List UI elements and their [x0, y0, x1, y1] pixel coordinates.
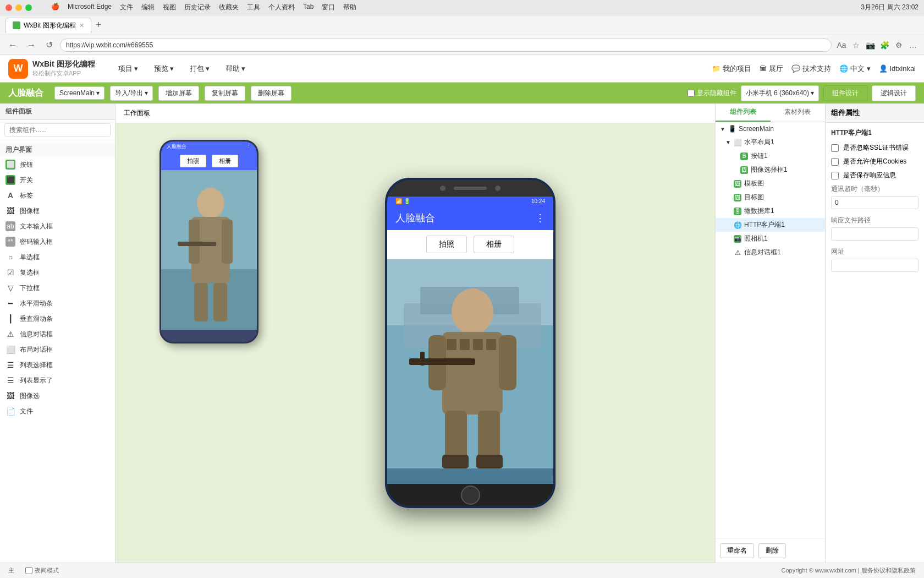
search-input[interactable] [4, 123, 111, 137]
tree-camera[interactable]: 📷 照相机1 [716, 232, 825, 246]
logic-tab-btn[interactable]: 逻辑设计 [872, 85, 916, 101]
component-file[interactable]: 📄 文件 [0, 403, 115, 419]
component-label[interactable]: A 标签 [0, 188, 115, 203]
small-phone-btn-photo[interactable]: 拍照 [180, 155, 206, 167]
nav-project[interactable]: 项目 ▾ [112, 61, 145, 77]
close-window-btn[interactable] [6, 4, 12, 11]
phone-more-icon[interactable]: ⋮ [535, 212, 545, 224]
night-mode-checkbox[interactable] [25, 567, 32, 574]
component-list-picker[interactable]: ☰ 列表选择框 [0, 357, 115, 373]
phone-bottom-nav [387, 484, 553, 506]
nav-preview[interactable]: 预览 ▾ [147, 61, 180, 77]
language-btn[interactable]: 🌐中文▾ [839, 64, 871, 74]
menu-edit[interactable]: 编辑 [141, 3, 155, 12]
component-image-select[interactable]: 🖼 图像选 [0, 388, 115, 403]
tree-image-picker[interactable]: 🖼 图像选择框1 [716, 163, 825, 177]
tree-horizontal-layout[interactable]: ▼ ⬜ 水平布局1 [716, 135, 825, 149]
small-phone-btn-album[interactable]: 相册 [212, 155, 238, 167]
add-screen-btn[interactable]: 增加屏幕 [158, 86, 199, 101]
show-hidden-checkbox[interactable] [688, 90, 695, 97]
camera-icon[interactable]: 📷 [865, 40, 876, 51]
menu-edge[interactable]: Microsoft Edge [68, 3, 112, 12]
user-btn[interactable]: 👤ldtxinkai [879, 64, 916, 73]
http-client-icon: 🌐 [733, 221, 742, 230]
component-switch[interactable]: ⬛ 开关 [0, 172, 115, 188]
menu-favorites[interactable]: 收藏夹 [219, 3, 239, 12]
nav-package[interactable]: 打包 ▾ [183, 61, 216, 77]
new-tab-btn[interactable]: + [96, 19, 102, 31]
copy-screen-btn[interactable]: 复制屏幕 [205, 86, 245, 101]
rename-btn[interactable]: 重命名 [720, 543, 754, 558]
menu-personal[interactable]: 个人资料 [268, 3, 295, 12]
night-mode-label[interactable]: 夜间模式 [25, 566, 59, 575]
tree-info-dialog[interactable]: ⚠ 信息对话框1 [716, 246, 825, 259]
delete-btn[interactable]: 删除 [758, 543, 786, 558]
gallery-btn[interactable]: 🏛展厅 [760, 64, 783, 74]
menu-apple[interactable]: 🍎 [51, 3, 59, 12]
menu-history[interactable]: 历史记录 [184, 3, 211, 12]
forward-btn[interactable]: → [24, 39, 38, 51]
support-btn[interactable]: 💬技术支持 [791, 64, 831, 74]
prop-save-response-checkbox[interactable] [831, 172, 839, 179]
menu-tab[interactable]: Tab [303, 3, 314, 12]
mac-window-controls[interactable] [6, 4, 32, 11]
menu-view[interactable]: 视图 [163, 3, 176, 12]
component-info-dialog[interactable]: ⚠ 信息对话框 [0, 326, 115, 342]
nav-help[interactable]: 帮助 ▾ [219, 61, 252, 77]
component-layout-dialog[interactable]: ⬜ 布局对话框 [0, 342, 115, 357]
settings-icon[interactable]: ⚙ [893, 40, 904, 51]
component-dropdown[interactable]: ▽ 下拉框 [0, 280, 115, 296]
prop-cookies-checkbox[interactable] [831, 158, 839, 166]
show-hidden-label[interactable]: 显示隐藏组件 [688, 85, 736, 101]
phone-take-photo-btn[interactable]: 拍照 [426, 236, 467, 253]
tree-target-img[interactable]: 🖼 目标图 [716, 190, 825, 204]
screen-select-btn[interactable]: ScreenMain▾ [54, 86, 105, 100]
tree-toggle-layout[interactable]: ▼ [725, 139, 733, 145]
tab-component-list[interactable]: 组件列表 [716, 103, 771, 122]
menu-tools[interactable]: 工具 [247, 3, 260, 12]
component-vslider[interactable]: ┃ 垂直滑动条 [0, 311, 115, 326]
fullscreen-window-btn[interactable] [25, 4, 32, 11]
component-list-view[interactable]: ☰ 列表显示了 [0, 373, 115, 388]
address-input[interactable]: https://vip.wxbit.com/#669555 [60, 39, 832, 52]
star-icon[interactable]: ☆ [850, 40, 861, 51]
tab-close-btn[interactable]: ✕ [79, 22, 84, 29]
tree-template-img[interactable]: 🖼 模板图 [716, 177, 825, 190]
menu-help[interactable]: 帮助 [343, 3, 356, 12]
reload-btn[interactable]: ↺ [43, 39, 56, 51]
import-export-btn[interactable]: 导入/导出▾ [110, 86, 153, 101]
more-icon[interactable]: … [908, 40, 919, 51]
extension-icon[interactable]: 🧩 [879, 40, 890, 51]
svg-rect-22 [460, 339, 470, 350]
phone-album-btn[interactable]: 相册 [474, 236, 514, 253]
component-hslider[interactable]: ━ 水平滑动条 [0, 296, 115, 311]
minimize-window-btn[interactable] [15, 4, 22, 11]
browser-tab[interactable]: WxBit 图形化编程 ✕ [6, 18, 91, 33]
component-checkbox[interactable]: ☑ 复选框 [0, 265, 115, 280]
design-tab-btn[interactable]: 组件设计 [823, 85, 867, 101]
component-text-input[interactable]: ab 文本输入框 [0, 219, 115, 234]
device-select-btn[interactable]: 小米手机 6 (360x640)▾ [741, 85, 819, 101]
tree-toggle-screenMain[interactable]: ▼ [720, 126, 728, 132]
prop-ssl-checkbox[interactable] [831, 144, 839, 152]
component-password-input[interactable]: ** 密码输入框 [0, 234, 115, 249]
info-dialog-tree-icon: ⚠ [733, 248, 742, 257]
component-button[interactable]: ⬜ 按钮 [0, 157, 115, 172]
menu-file[interactable]: 文件 [120, 3, 133, 12]
tree-micro-db[interactable]: 🗄 微数据库1 [716, 204, 825, 218]
prop-response-path-input[interactable] [831, 227, 919, 241]
delete-screen-btn[interactable]: 删除屏幕 [251, 86, 292, 101]
translate-icon[interactable]: Aa [836, 40, 847, 51]
prop-url-input[interactable] [831, 259, 919, 272]
phone-home-btn[interactable] [461, 486, 480, 505]
tree-button1[interactable]: B 按钮1 [716, 149, 825, 163]
component-radio[interactable]: ○ 单选框 [0, 249, 115, 265]
tree-screen-main[interactable]: ▼ 📱 ScreenMain [716, 122, 825, 135]
tab-material-list[interactable]: 素材列表 [771, 103, 826, 122]
tree-http-client[interactable]: 🌐 HTTP客户端1 [716, 218, 825, 232]
prop-timeout-input[interactable] [831, 196, 919, 209]
my-projects-btn[interactable]: 📁我的项目 [712, 64, 751, 74]
back-btn[interactable]: ← [6, 39, 20, 51]
menu-window[interactable]: 窗口 [322, 3, 335, 12]
component-image-frame[interactable]: 🖼 图像框 [0, 203, 115, 219]
